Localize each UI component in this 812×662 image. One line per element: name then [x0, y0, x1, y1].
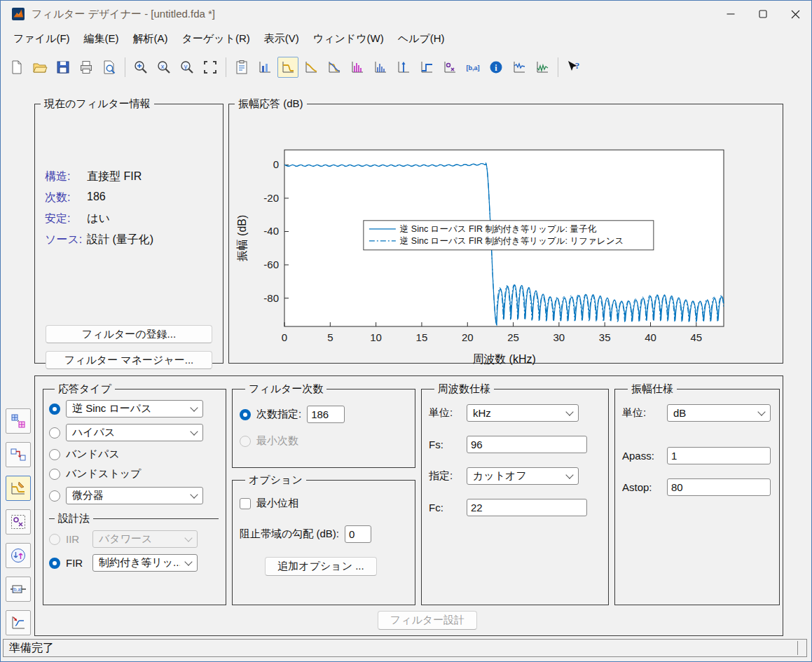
design-filter-button[interactable]: [6, 476, 31, 501]
import-filter-button[interactable]: [6, 610, 31, 635]
response-differentiator-row: 微分器: [49, 487, 220, 504]
stopband-slope-input[interactable]: [345, 525, 371, 543]
impulse-response-icon: [396, 60, 411, 75]
zoom-y-button[interactable]: y: [177, 57, 198, 78]
astop-input[interactable]: [667, 478, 771, 496]
freq-units-select[interactable]: kHz: [467, 404, 579, 422]
quantization-view-icon: [257, 60, 273, 75]
status-divider: [797, 641, 798, 655]
menu-window[interactable]: ウィンドウ(W): [306, 29, 391, 49]
print-button[interactable]: [76, 57, 97, 78]
multirate-filter-button[interactable]: [6, 543, 31, 568]
new-file-button[interactable]: [6, 57, 27, 78]
response-highpass-row: ハイパス: [49, 424, 220, 441]
highpass-type-select[interactable]: ハイパス: [66, 424, 203, 441]
transform-filter-button[interactable]: [6, 442, 31, 467]
design-panel: 応答タイプ 逆 Sinc ローパス ハイパス バンドパス バンドストップ: [34, 375, 783, 636]
filter-specs-button[interactable]: [231, 57, 252, 78]
min-phase-checkbox[interactable]: [240, 498, 251, 509]
save-button[interactable]: [53, 57, 74, 78]
menu-file[interactable]: ファイル(F): [6, 29, 77, 49]
filter-info-title: 現在のフィルター情報: [44, 97, 151, 109]
mag-units-label: 単位:: [622, 406, 661, 420]
min-phase-label: 最小位相: [256, 497, 298, 510]
specify-order-radio[interactable]: [240, 409, 251, 420]
menu-help[interactable]: ヘルプ(H): [391, 29, 452, 49]
specify-order-input[interactable]: [307, 406, 345, 423]
differentiator-type-select[interactable]: 微分器: [66, 487, 203, 504]
filter-info-row-stable: 安定:はい: [45, 212, 216, 226]
magnitude-estimate-button[interactable]: [509, 57, 530, 78]
magnitude-plot[interactable]: 0510152025303540450-20-40-60-80周波数 (kHz)…: [232, 123, 778, 368]
context-help-button[interactable]: ?: [563, 57, 584, 78]
fir-radio[interactable]: [49, 558, 60, 569]
menu-analysis[interactable]: 解析(A): [126, 29, 175, 49]
filter-specs-icon: [234, 60, 249, 75]
highpass-type-value: ハイパス: [72, 426, 115, 439]
menu-view[interactable]: 表示(V): [257, 29, 306, 49]
quantization-view-button[interactable]: [254, 57, 275, 78]
options-group: オプション 最小位相 阻止帯域の勾配 (dB): 追加オプション ...: [232, 474, 415, 605]
group-delay-button[interactable]: [347, 57, 368, 78]
new-file-icon: [9, 60, 25, 75]
lowpass-type-select[interactable]: 逆 Sinc ローパス: [66, 400, 203, 418]
fs-row: Fs:: [429, 436, 601, 453]
pole-zero-editor-button[interactable]: [6, 509, 31, 535]
pole-zero-button[interactable]: [439, 57, 460, 78]
svg-text:x: x: [161, 63, 165, 70]
menu-targets[interactable]: ターゲット(R): [175, 29, 257, 49]
round-noise-button[interactable]: [532, 57, 553, 78]
realize-model-button[interactable]: [b,a]: [6, 577, 31, 602]
filter-info-button[interactable]: i: [486, 57, 507, 78]
svg-text:15: 15: [416, 331, 428, 343]
freq-specify-select[interactable]: カットオフ: [467, 467, 579, 485]
mag-units-select[interactable]: dB: [667, 404, 771, 422]
impulse-response-button[interactable]: [393, 57, 414, 78]
full-view-button[interactable]: [200, 57, 221, 78]
differentiator-radio[interactable]: [49, 490, 60, 502]
structure-value: 直接型 FIR: [87, 170, 142, 184]
iir-label: IIR: [66, 533, 87, 545]
chevron-down-icon: [190, 427, 198, 435]
open-file-button[interactable]: [29, 57, 50, 78]
magnitude-specs-group: 振幅仕様 単位: dB Apass: Astop:: [614, 382, 780, 605]
options-title: オプション: [249, 474, 303, 485]
maximize-button[interactable]: [747, 1, 779, 27]
source-label: ソース:: [45, 233, 87, 247]
order-value: 186: [87, 191, 106, 205]
print-preview-icon: [102, 60, 117, 75]
toolbar-separator: [226, 57, 226, 77]
phase-response-button[interactable]: [301, 57, 322, 78]
filter-manager-button[interactable]: フィルター マネージャー...: [46, 351, 212, 369]
lowpass-radio[interactable]: [49, 404, 60, 415]
set-quantization-button[interactable]: [6, 408, 31, 434]
freq-units-label: 単位:: [429, 406, 461, 420]
more-options-button[interactable]: 追加オプション ...: [265, 557, 377, 576]
chevron-down-icon: [190, 490, 198, 498]
fir-label: FIR: [66, 557, 87, 569]
minimize-button[interactable]: [715, 1, 747, 27]
zoom-x-button[interactable]: x: [153, 57, 174, 78]
highpass-radio[interactable]: [49, 427, 60, 439]
magnitude-phase-button[interactable]: [324, 57, 345, 78]
magnitude-response-button[interactable]: [277, 57, 298, 78]
save-icon: [55, 60, 71, 75]
apass-input[interactable]: [667, 447, 771, 464]
bandpass-radio[interactable]: [49, 449, 60, 460]
fc-input[interactable]: [467, 499, 587, 516]
step-response-button[interactable]: [416, 57, 437, 78]
zoom-in-button[interactable]: [130, 57, 151, 78]
structure-label: 構造:: [45, 170, 87, 184]
phase-delay-button[interactable]: [370, 57, 391, 78]
design-filter-icon: [10, 480, 27, 497]
fs-input[interactable]: [467, 436, 587, 453]
fir-method-select[interactable]: 制約付き等リッ...: [92, 554, 198, 572]
svg-text:振幅 (dB): 振幅 (dB): [236, 215, 248, 262]
print-preview-button[interactable]: [99, 57, 120, 78]
close-button[interactable]: [779, 1, 811, 27]
filter-coefficients-button[interactable]: [b,a]: [462, 57, 483, 78]
store-filter-button[interactable]: フィルターの登録...: [46, 325, 212, 343]
menu-edit[interactable]: 編集(E): [77, 29, 126, 49]
astop-label: Astop:: [622, 481, 661, 493]
bandstop-radio[interactable]: [49, 469, 60, 480]
